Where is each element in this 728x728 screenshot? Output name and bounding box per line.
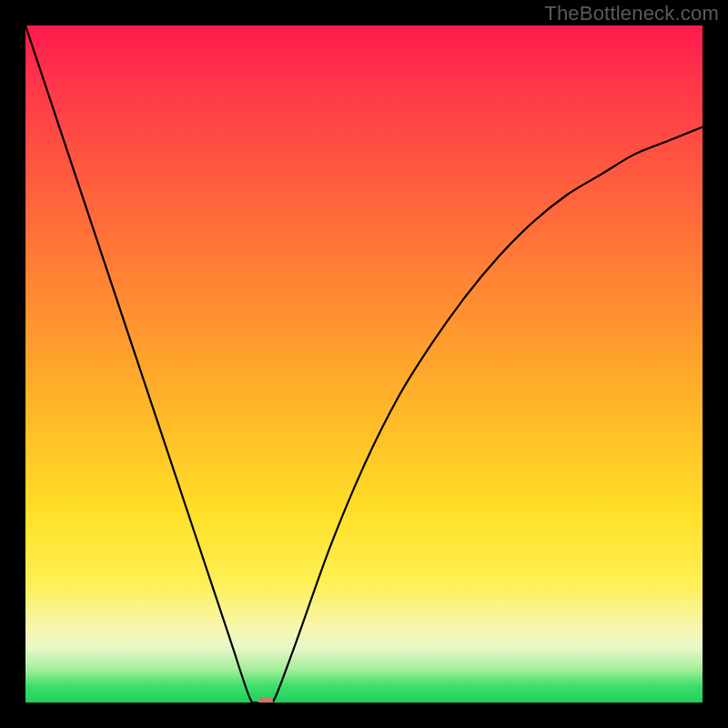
bottleneck-curve (25, 25, 703, 703)
minimum-marker (258, 697, 273, 703)
watermark-text: TheBottleneck.com (544, 2, 719, 25)
plot-area (25, 25, 703, 703)
curve-path (25, 25, 703, 703)
chart-frame: TheBottleneck.com (0, 0, 728, 728)
